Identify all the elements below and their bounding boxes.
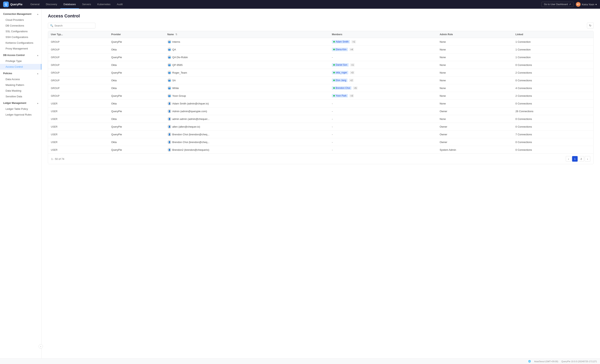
search-box: 🔍 [48,23,95,28]
entity-icon: 👥 [168,63,171,67]
entity-icon: 👤 [168,148,171,152]
sidebar-item-ssh-configurations[interactable]: SSH Configurations [0,34,41,40]
sidebar-item-data-access[interactable]: Data Access [0,76,41,82]
cell-linked: 0 Connections [513,138,593,146]
member-label: okta_roger [336,71,347,74]
col-header-name[interactable]: Name ⇅ [165,31,329,38]
sidebar-item-db-connections[interactable]: DB Connections [0,23,41,28]
tab-databases[interactable]: Databases [60,0,79,9]
member-tag[interactable]: Elena Kim [332,48,348,51]
cell-provider: QueryPie [108,53,164,61]
entity-name: 👥SA [168,78,176,82]
sidebar-item-data-masking[interactable]: Data Masking [0,88,41,93]
table-row[interactable]: USERQueryPie👤Brendon Choi (brendon@cheq.… [48,131,593,138]
sidebar-item-ledger-approval-rules[interactable]: Ledger Approval Rules [0,112,41,118]
table-row[interactable]: USERQueryPie👤allen (allen@chequer.io)-Ow… [48,123,593,131]
col-header-linked: Linked [513,31,593,38]
sidebar-section-header-ledger-management[interactable]: Ledger Management ▴ [0,100,41,106]
user-type-badge: USER [51,102,57,105]
sidebar-item-access-control[interactable]: Access Control [0,64,41,70]
table-row[interactable]: USEROkta👤admin admin (admin@chequer...-N… [48,115,593,123]
cell-linked: 0 Connections [513,115,593,123]
member-tag[interactable]: Brendon Choi [332,86,351,90]
cell-user-type: USER [48,138,108,146]
members-plus-badge: +1 [350,63,355,66]
main-layout: Connection Management ▴ Cloud Providers … [0,9,600,358]
version-info: QueryPie 10.0.0 (20240725-171127) [562,360,597,363]
table-row[interactable]: GROUPQueryPie👥InternsAdam Smith+1None1 C… [48,38,593,46]
sidebar-section-header-connection-management[interactable]: Connection Management ▴ [0,11,41,17]
user-avatar: KY [576,2,581,7]
sidebar-item-kerberos-configurations[interactable]: Kerberos Configurations [0,40,41,46]
sidebar-item-ssl-configurations[interactable]: SSL Configurations [0,28,41,34]
tab-general[interactable]: General [27,0,43,9]
sidebar-section-header-policies[interactable]: Policies ▴ [0,70,41,76]
search-input[interactable] [54,24,93,27]
tab-discovery[interactable]: Discovery [43,0,60,9]
sidebar-item-ledger-table-policy[interactable]: Ledger Table Policy [0,106,41,112]
sidebar-item-masking-pattern[interactable]: Masking Pattern [0,82,41,88]
member-tag[interactable]: Yoon Park [332,94,348,98]
pagination-prev-button[interactable]: ‹ [566,156,571,162]
table-row[interactable]: USEROkta👤Brendon Choi (brendon@cheq...-O… [48,138,593,146]
cell-admin-role: None [437,76,513,84]
search-icon: 🔍 [50,24,53,27]
user-menu-chevron: ▾ [595,3,597,6]
table-row[interactable]: GROUPOkta👥QP-9565Daniel Son+1None0 Conne… [48,61,593,69]
sidebar-item-privilege-type[interactable]: Privilege Type [0,58,41,64]
app-logo: Q [3,1,9,7]
member-tag[interactable]: Elon Jang [332,79,347,82]
member-tag[interactable]: Adam Smith [332,40,350,44]
tab-kubernetes[interactable]: Kubernetes [94,0,114,9]
sidebar-section-header-db-access-control[interactable]: DB Access Control ▴ [0,52,41,58]
members-cell: Yoon Park+3 [332,94,434,98]
entity-icon: 👥 [168,94,171,98]
user-menu[interactable]: KY Keira Yoon ▾ [576,2,597,7]
member-tag[interactable]: okta_roger [332,71,348,75]
sidebar-collapse-button[interactable]: ‹ [38,344,42,349]
cell-linked: 1 Connection [513,53,593,61]
table-row[interactable]: GROUPQueryPie👥QA Div-Robin-None1 Connect… [48,53,593,61]
go-to-dashboard-button[interactable]: Go to User Dashboard ↗ [541,2,573,7]
entity-name: 👥QP-9565 [168,63,183,67]
sidebar-item-sensitive-data[interactable]: Sensitive Data [0,93,41,99]
cell-user-type: GROUP [48,84,108,92]
cell-admin-role: None [437,92,513,100]
table-row[interactable]: GROUPQueryPie👥Yoon GroupYoon Park+3None2… [48,92,593,100]
pagination-page-1-button[interactable]: 1 [572,156,578,162]
pagination-page-2-button[interactable]: 2 [578,156,584,162]
cell-linked: 7 Connections [513,131,593,138]
cell-provider: Okta [108,76,164,84]
external-link-icon: ↗ [569,3,571,6]
cell-user-type: GROUP [48,76,108,84]
pagination-controls: ‹ 1 2 › [566,156,590,162]
table-row[interactable]: USERQueryPie👤Admin (admin@querypie.com)-… [48,107,593,115]
connection-management-label: Connection Management [3,13,31,15]
sidebar-item-proxy-management[interactable]: Proxy Management [0,46,41,51]
entity-name-text: Roger_Team [172,71,187,74]
tab-audit[interactable]: Audit [113,0,126,9]
pagination-next-button[interactable]: › [585,156,590,162]
entity-icon: 👥 [168,71,171,75]
sidebar-item-cloud-providers[interactable]: Cloud Providers [0,17,41,23]
member-tag[interactable]: Daniel Son [332,63,349,67]
table-row[interactable]: USERQueryPie👤Brendon2 (brendon@chequerio… [48,146,593,154]
table-row[interactable]: GROUPQueryPie👥Roger_Teamokta_roger+3None… [48,69,593,76]
table-row[interactable]: GROUPOkta👥QAElena Kim+4None1 Connection [48,46,593,53]
members-plus-badge: +2 [349,79,354,82]
user-type-badge: GROUP [51,48,60,51]
user-type-badge: GROUP [51,94,60,97]
refresh-button[interactable]: ↻ [587,23,594,28]
cell-name: 👥Roger_Team [165,69,329,76]
table-row[interactable]: GROUPOkta👥SAElon Jang+2None0 Connections [48,76,593,84]
cell-admin-role: None [437,84,513,92]
tab-servers[interactable]: Servers [79,0,94,9]
cell-provider: Okta [108,61,164,69]
user-type-badge: GROUP [51,87,60,90]
cell-name: 👥QA [165,46,329,53]
cell-admin-role: None [437,46,513,53]
user-type-badge: GROUP [51,41,60,43]
sidebar-section-ledger-management: Ledger Management ▴ Ledger Table Policy … [0,100,41,118]
table-row[interactable]: GROUPOkta👥WhiteBrendon Choi+5None4 Conne… [48,84,593,92]
table-row[interactable]: USEROkta👤Adam Smith (admin@chquer.io)-No… [48,100,593,107]
